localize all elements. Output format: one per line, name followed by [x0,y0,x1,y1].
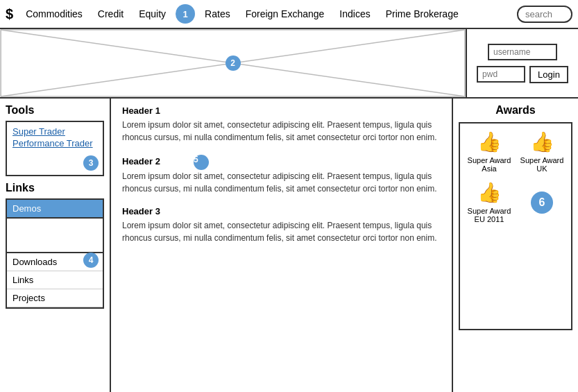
link-links[interactable]: Links [7,271,103,289]
sidebar: Tools Super Trader Performance Trader 3 … [0,99,111,392]
content-header-1: Header 1 [122,105,441,116]
hero-login: Login [467,29,578,97]
link-item-demos[interactable]: Demos [7,200,103,217]
links-badge: 4 [83,253,99,268]
link-projects[interactable]: Projects [7,289,103,307]
thumbs-up-icon-3: 👍 [477,181,502,204]
links-section: Links Demos Downloads Links Projects 4 [6,182,104,309]
thumbs-up-icon-2: 👍 [530,130,554,153]
hero-badge: 2 [226,56,241,71]
hero-section: 2 Login [0,29,578,99]
links-bottom: Downloads Links Projects 4 [6,253,104,309]
navbar: $ Commodities Credit Equity 1 Rates Fore… [0,0,578,29]
nav-item-indices[interactable]: Indices [334,6,375,22]
content-body-3: Lorem ipsum dolor sit amet, consectetur … [122,219,441,244]
dollar-icon: $ [6,6,13,22]
links-list: Demos [6,198,104,219]
award-label-2: Super Award UK [520,156,564,173]
content-header-3: Header 3 [122,206,441,216]
award-item-2: 👍 Super Award UK [520,130,564,173]
content-badge-5: 5 [194,155,209,170]
login-button[interactable]: Login [529,66,568,83]
award-item-1: 👍 Super Award Asia [467,130,511,173]
tools-badge: 3 [83,155,99,171]
awards-grid: 👍 Super Award Asia 👍 Super Award UK 👍 Su… [467,130,564,223]
tools-title: Tools [6,104,104,117]
password-input[interactable] [477,66,525,83]
awards-panel: Awards 👍 Super Award Asia 👍 Super Award … [453,99,578,392]
content-body-1: Lorem ipsum dolor sit amet, consectetur … [122,119,441,144]
content-section-2: Header 2 5 Lorem ipsum dolor sit amet, c… [122,155,441,195]
nav-badge-1[interactable]: 1 [176,4,195,24]
thumbs-up-icon-1: 👍 [477,130,502,153]
tool-performance-trader[interactable]: Performance Trader [12,138,97,148]
nav-item-commodities[interactable]: Commodities [20,6,88,22]
tool-super-trader[interactable]: Super Trader [12,126,97,137]
award-badge-6: 6 [520,181,564,223]
username-input[interactable] [488,44,557,60]
links-title: Links [6,182,104,194]
nav-item-prime[interactable]: Prime Brokerage [380,6,464,22]
search-input[interactable] [517,6,572,23]
content-section-1: Header 1 Lorem ipsum dolor sit amet, con… [122,105,441,144]
awards-box: 👍 Super Award Asia 👍 Super Award UK 👍 Su… [459,122,572,330]
nav-item-rates[interactable]: Rates [199,6,236,22]
content-section-3: Header 3 Lorem ipsum dolor sit amet, con… [122,206,441,244]
nav-item-credit[interactable]: Credit [92,6,129,22]
content-area: Header 1 Lorem ipsum dolor sit amet, con… [111,99,453,392]
awards-title: Awards [459,104,572,117]
award-label-3: Super Award EU 2011 [467,207,511,223]
content-body-2: Lorem ipsum dolor sit amet, consectetur … [122,170,441,195]
main-layout: Tools Super Trader Performance Trader 3 … [0,99,578,392]
content-header-2: Header 2 [122,156,160,167]
links-empty-box [6,219,104,253]
tools-list: Super Trader Performance Trader 3 [6,121,104,176]
award-label-1: Super Award Asia [467,156,511,173]
hero-banner: 2 [0,29,467,97]
nav-item-fx[interactable]: Foreign Exchange [240,6,330,22]
nav-item-equity[interactable]: Equity [133,6,171,22]
award-item-3: 👍 Super Award EU 2011 [467,181,511,223]
